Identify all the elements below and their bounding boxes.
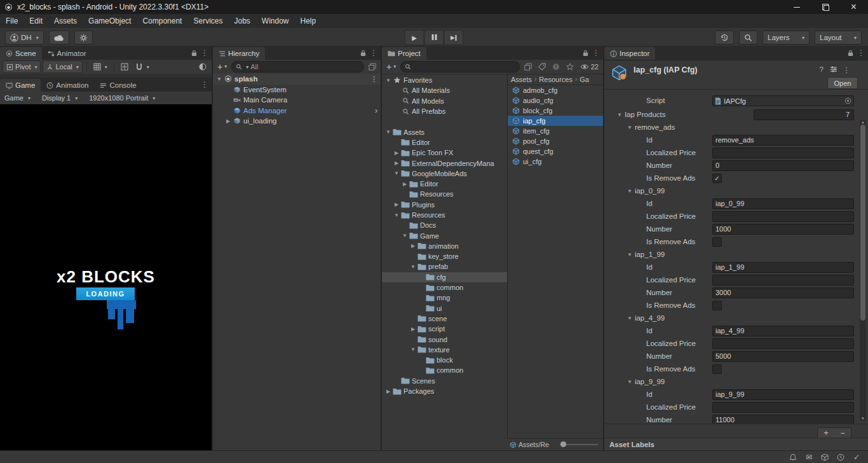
asset-iap-cfg[interactable]: iap_cfg: [508, 116, 603, 126]
product-number-input[interactable]: 0: [712, 160, 854, 171]
tab-game[interactable]: Game: [0, 79, 41, 92]
panel-menu-icon[interactable]: ⋮: [857, 46, 865, 60]
asset-admob-cfg[interactable]: admob_cfg: [508, 85, 603, 95]
menu-file[interactable]: File: [0, 17, 24, 25]
open-search-window-icon[interactable]: [522, 63, 534, 71]
foldout-arrow-icon[interactable]: ▶: [409, 326, 417, 332]
asset-quest-cfg[interactable]: quest_cfg: [508, 146, 603, 156]
project-tree-item-texture[interactable]: ▼texture: [382, 345, 507, 355]
lock-icon[interactable]: [189, 46, 198, 60]
minimize-button[interactable]: [782, 0, 811, 14]
is-remove-ads-checkbox[interactable]: [712, 364, 722, 374]
project-tree-item-scenes[interactable]: Scenes: [382, 376, 507, 386]
game-camera-dropdown[interactable]: Game ▾: [4, 94, 31, 102]
foldout-arrow-icon[interactable]: ▶: [401, 181, 409, 187]
menu-help[interactable]: Help: [295, 17, 322, 25]
account-button[interactable]: DH ▾: [5, 31, 44, 45]
messages-icon[interactable]: ✉: [804, 452, 814, 462]
tab-console[interactable]: Console: [94, 79, 142, 92]
settings-button[interactable]: [74, 31, 93, 45]
project-tree-item-all-models[interactable]: All Models: [382, 96, 507, 106]
menu-assets[interactable]: Assets: [48, 17, 83, 25]
project-tree-item-googlemobileads[interactable]: ▼GoogleMobileAds: [382, 169, 507, 179]
product-id-input[interactable]: iap_9_99: [712, 389, 854, 400]
project-tree-item-externaldependencymana[interactable]: ▶ExternalDependencyMana: [382, 158, 507, 168]
project-tree-item-block[interactable]: block: [382, 355, 507, 365]
asset-labels-header[interactable]: Asset Labels: [604, 438, 868, 451]
product-localized-price-input[interactable]: [712, 148, 854, 158]
project-tree-item-epic-toon-fx[interactable]: ▶Epic Toon FX: [382, 148, 507, 158]
breadcrumb-ga[interactable]: Ga: [580, 76, 589, 83]
play-button[interactable]: ▶: [405, 30, 424, 45]
foldout-arrow-icon[interactable]: ▶: [384, 389, 392, 394]
project-tree-item-mng[interactable]: mng: [382, 293, 507, 303]
asset-audio-cfg[interactable]: audio_cfg: [508, 95, 603, 106]
product-id-input[interactable]: iap_1_99: [712, 262, 854, 273]
undo-history-button[interactable]: [715, 31, 734, 45]
hierarchy-item-splash[interactable]: ▼splash⋮: [213, 74, 381, 85]
panel-menu-icon[interactable]: ⋮: [200, 78, 209, 92]
lock-icon[interactable]: [358, 46, 367, 60]
hidden-items-counter[interactable]: 22: [578, 63, 600, 71]
project-tree-item-packages[interactable]: ▶Packages: [382, 386, 507, 396]
notifications-icon[interactable]: [788, 452, 798, 462]
lock-icon[interactable]: [581, 46, 590, 60]
panel-menu-icon[interactable]: ⋮: [592, 46, 600, 60]
foldout-arrow-icon[interactable]: ▼: [384, 78, 392, 83]
project-tree-item-assets[interactable]: ▼Assets: [382, 127, 507, 137]
hierarchy-item-eventsystem[interactable]: EventSystem: [213, 85, 381, 95]
thumbnail-zoom-slider[interactable]: [560, 444, 598, 445]
project-tree-item-script[interactable]: ▶script: [382, 324, 507, 334]
product-foldout-iap-0-99[interactable]: ▼iap_0_99: [604, 184, 868, 197]
asset-pool-cfg[interactable]: pool_cfg: [508, 136, 603, 146]
layers-dropdown[interactable]: Layers ▾: [763, 31, 810, 45]
menu-services[interactable]: Services: [187, 17, 228, 25]
is-remove-ads-checkbox[interactable]: [712, 237, 722, 247]
project-tree-item-scene[interactable]: scene: [382, 314, 507, 324]
foldout-arrow-icon[interactable]: ▶: [409, 243, 417, 249]
context-menu-icon[interactable]: ⋮: [843, 66, 851, 74]
open-search-window-icon[interactable]: [367, 63, 378, 71]
package-visibility-icon[interactable]: [550, 63, 562, 71]
tab-animation[interactable]: Animation: [41, 79, 94, 92]
tab-hierarchy[interactable]: Hierarchy: [213, 47, 265, 60]
project-tree-item-animation[interactable]: ▶animation: [382, 241, 507, 251]
inspector-scrollbar[interactable]: ▲ ▼: [860, 120, 866, 421]
project-tree-item-key-store[interactable]: key_store: [382, 251, 507, 261]
product-number-input[interactable]: 11000: [712, 415, 854, 424]
scroll-down-icon[interactable]: ▼: [860, 417, 866, 420]
product-localized-price-input[interactable]: [712, 211, 854, 222]
panel-menu-icon[interactable]: ⋮: [200, 46, 209, 60]
panel-menu-icon[interactable]: ⋮: [369, 46, 378, 60]
project-tree-item-editor[interactable]: Editor: [382, 137, 507, 148]
is-remove-ads-checkbox[interactable]: [712, 301, 722, 310]
pause-button[interactable]: [424, 30, 444, 45]
save-search-icon[interactable]: [564, 63, 576, 71]
project-tree-item-resources[interactable]: Resources: [382, 189, 507, 199]
foldout-arrow-icon[interactable]: ▼: [393, 170, 400, 176]
search-by-label-icon[interactable]: [536, 63, 548, 71]
foldout-arrow-icon[interactable]: ▼: [409, 347, 417, 352]
hierarchy-item-main-camera[interactable]: Main Camera: [213, 95, 381, 106]
breadcrumb-resources[interactable]: Resources: [539, 76, 573, 83]
hierarchy-search-input[interactable]: ▾ All: [231, 61, 364, 73]
close-button[interactable]: ×: [839, 0, 868, 14]
layout-dropdown[interactable]: Layout ▾: [815, 31, 862, 45]
foldout-arrow-icon[interactable]: ▶: [224, 118, 232, 124]
scrollbar-thumb[interactable]: [860, 125, 865, 321]
project-tree-item-docs[interactable]: Docs: [382, 220, 507, 230]
hierarchy-item-ads-manager[interactable]: Ads Manager›: [213, 106, 381, 116]
snap-increment-button[interactable]: [118, 61, 131, 73]
packages-icon[interactable]: [820, 452, 830, 462]
asset-item-cfg[interactable]: item_cfg: [508, 126, 603, 136]
asset-block-cfg[interactable]: block_cfg: [508, 106, 603, 116]
step-button[interactable]: ▶: [444, 30, 464, 45]
activity-icon[interactable]: [836, 452, 846, 462]
menu-gameobject[interactable]: GameObject: [83, 17, 137, 25]
grid-snap-button[interactable]: ▾: [133, 61, 152, 73]
foldout-arrow-icon[interactable]: ▼: [401, 233, 409, 238]
create-menu-button[interactable]: + ▾: [384, 62, 398, 71]
remove-element-button[interactable]: −: [834, 428, 851, 438]
open-button[interactable]: Open: [827, 77, 858, 89]
script-object-field[interactable]: IAPCfg: [712, 95, 854, 106]
